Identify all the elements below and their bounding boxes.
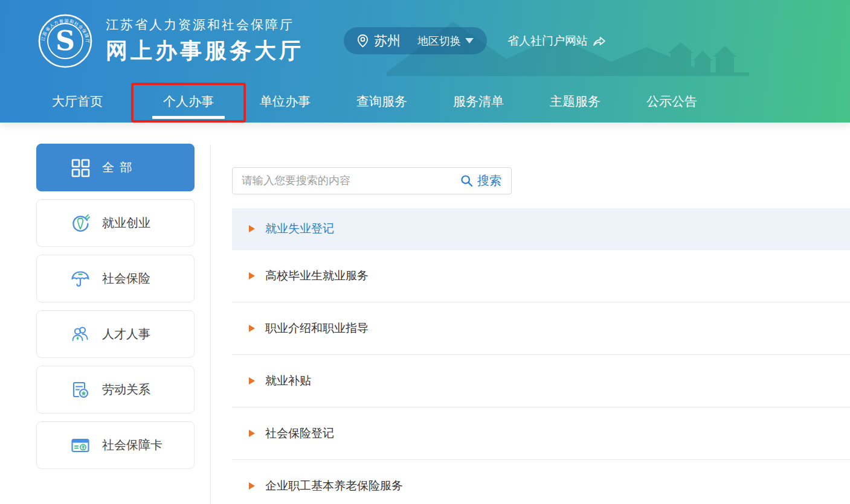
sidebar-item-label: 全 部 bbox=[102, 159, 134, 176]
main-nav: 大厅首页 个人办事 单位办事 查询服务 服务清单 主题服务 公示公告 bbox=[0, 81, 850, 123]
nav-item-query-services[interactable]: 查询服务 bbox=[333, 81, 430, 121]
sidebar-item-label: 劳动关系 bbox=[102, 381, 150, 398]
main-panel: 搜索 就业失业登记 高校毕业生就业服务 职业介绍和职业指导 bbox=[232, 167, 850, 504]
search-icon bbox=[460, 174, 473, 187]
sidebar-item-label: 社会保障卡 bbox=[102, 437, 163, 453]
main-nav-list: 大厅首页 个人办事 单位办事 查询服务 服务清单 主题服务 公示公告 bbox=[0, 81, 850, 121]
location-pin-icon bbox=[357, 34, 369, 48]
tie-badge-icon bbox=[71, 214, 90, 233]
nav-item-announcements[interactable]: 公示公告 bbox=[623, 81, 720, 121]
sidebar-item-all[interactable]: 全 部 bbox=[36, 144, 195, 191]
service-row-employment-unemployment-registration[interactable]: 就业失业登记 bbox=[232, 208, 850, 250]
location-pill: 苏州 地区切换 bbox=[344, 27, 487, 54]
sidebar-item-talent-personnel[interactable]: 人才人事 bbox=[36, 310, 195, 358]
region-switch[interactable]: 地区切换 bbox=[417, 34, 474, 48]
nav-item-unit-services[interactable]: 单位办事 bbox=[237, 81, 333, 121]
portal-link-label: 省人社门户网站 bbox=[507, 33, 588, 49]
sidebar-item-label: 社会保险 bbox=[102, 270, 150, 287]
document-star-icon bbox=[71, 380, 90, 400]
logo-monogram: S bbox=[56, 25, 75, 56]
triangle-marker-icon bbox=[249, 482, 255, 490]
sidebar-item-social-insurance[interactable]: 社会保险 bbox=[36, 255, 195, 302]
triangle-marker-icon bbox=[249, 325, 255, 332]
region-switch-label: 地区切换 bbox=[417, 34, 461, 48]
service-label: 企业职工基本养老保险服务 bbox=[265, 478, 403, 494]
site-title: 网上办事服务大厅 bbox=[106, 36, 304, 66]
service-label: 高校毕业生就业服务 bbox=[265, 268, 369, 284]
service-label: 社会保险登记 bbox=[265, 426, 334, 441]
search-button[interactable]: 搜索 bbox=[456, 173, 511, 189]
nav-item-personal-services[interactable]: 个人办事 bbox=[140, 81, 237, 121]
header-top: 江苏省人力资源和社会保障厅 S 江苏省人力资源和社会保障厅 网上办事服务大厅 苏… bbox=[0, 0, 850, 81]
search-input[interactable] bbox=[233, 168, 456, 194]
triangle-marker-icon bbox=[249, 272, 255, 279]
sidebar-item-label: 就业创业 bbox=[102, 215, 150, 231]
sidebar-item-label: 人才人事 bbox=[102, 326, 150, 342]
page: 江苏省人力资源和社会保障厅 S 江苏省人力资源和社会保障厅 网上办事服务大厅 苏… bbox=[0, 0, 850, 504]
portal-link[interactable]: 省人社门户网站 bbox=[507, 33, 606, 49]
current-city: 苏州 bbox=[374, 32, 401, 50]
vertical-divider bbox=[210, 144, 211, 504]
sidebar-item-social-security-card[interactable]: 社会保障卡 bbox=[36, 421, 195, 469]
service-row-job-introduction-guidance[interactable]: 职业介绍和职业指导 bbox=[232, 302, 850, 355]
org-name: 江苏省人力资源和社会保障厅 bbox=[106, 16, 304, 33]
umbrella-icon bbox=[71, 269, 90, 289]
site-logo[interactable]: 江苏省人力资源和社会保障厅 S bbox=[38, 14, 92, 68]
nav-item-theme-services[interactable]: 主题服务 bbox=[527, 81, 623, 121]
nav-item-service-list[interactable]: 服务清单 bbox=[430, 81, 527, 121]
triangle-marker-icon bbox=[249, 377, 255, 384]
search-box: 搜索 bbox=[232, 167, 512, 194]
site-header: 江苏省人力资源和社会保障厅 S 江苏省人力资源和社会保障厅 网上办事服务大厅 苏… bbox=[0, 0, 850, 123]
service-label: 就业失业登记 bbox=[265, 221, 334, 237]
service-label: 就业补贴 bbox=[265, 373, 311, 389]
content-area: 全 部 就业创业 社会保险 bbox=[0, 123, 850, 504]
triangle-marker-icon bbox=[249, 225, 255, 232]
search-button-label: 搜索 bbox=[477, 173, 501, 189]
nav-item-home[interactable]: 大厅首页 bbox=[29, 81, 126, 121]
service-list: 就业失业登记 高校毕业生就业服务 职业介绍和职业指导 就业补贴 社会保险登记 bbox=[232, 208, 850, 504]
service-label: 职业介绍和职业指导 bbox=[265, 321, 369, 336]
brand-text: 江苏省人力资源和社会保障厅 网上办事服务大厅 bbox=[106, 16, 304, 66]
service-row-enterprise-pension-services[interactable]: 企业职工基本养老保险服务 bbox=[232, 460, 850, 504]
chevron-down-icon bbox=[465, 38, 474, 43]
sidebar-item-labor-relations[interactable]: 劳动关系 bbox=[36, 366, 195, 413]
people-icon bbox=[71, 325, 90, 344]
triangle-marker-icon bbox=[249, 430, 255, 437]
service-row-employment-subsidy[interactable]: 就业补贴 bbox=[232, 355, 850, 407]
sidebar-item-employment[interactable]: 就业创业 bbox=[36, 199, 195, 247]
service-row-social-insurance-registration[interactable]: 社会保险登记 bbox=[232, 407, 850, 460]
social-card-icon bbox=[71, 436, 90, 455]
external-arrow-icon bbox=[593, 35, 606, 47]
category-sidebar: 全 部 就业创业 社会保险 bbox=[36, 144, 195, 477]
service-row-graduate-employment[interactable]: 高校毕业生就业服务 bbox=[232, 250, 850, 302]
grid-icon bbox=[71, 158, 90, 177]
